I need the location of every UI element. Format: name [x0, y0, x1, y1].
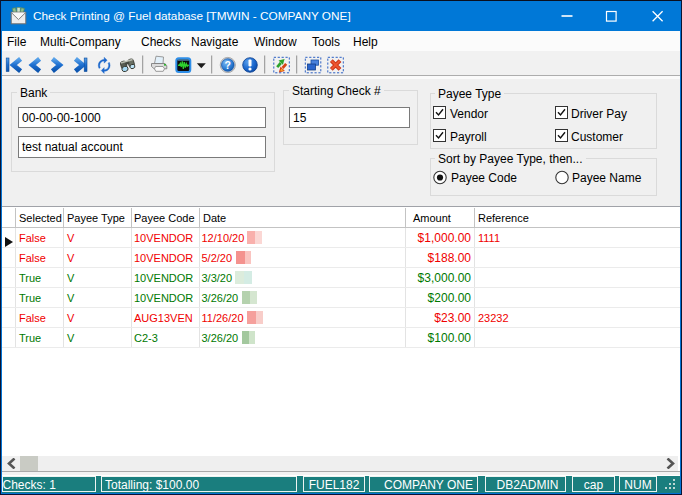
svg-text:?: ? [225, 59, 231, 71]
